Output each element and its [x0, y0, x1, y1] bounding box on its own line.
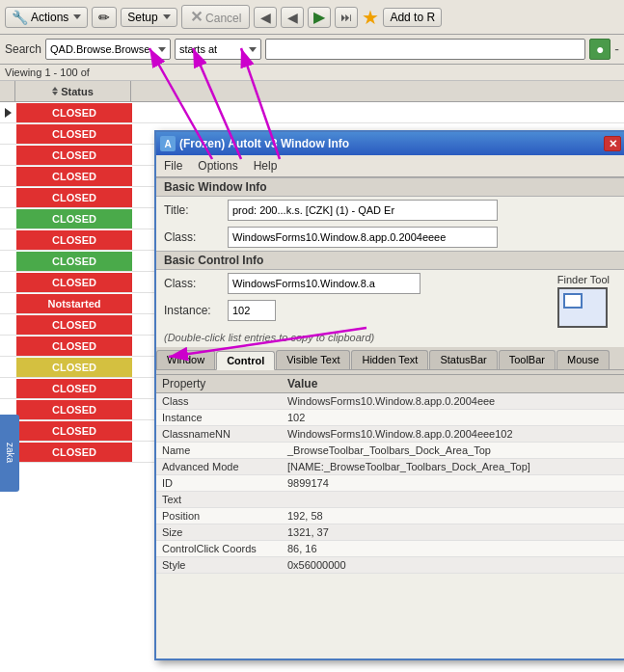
status-cell: CLOSED [16, 252, 132, 271]
props-row[interactable]: Size1321, 37 [156, 524, 624, 541]
tab-control[interactable]: Control [216, 351, 275, 370]
props-row[interactable]: Position192, 58 [156, 508, 624, 524]
th-status[interactable]: Status [15, 81, 131, 101]
sort-up-icon [52, 87, 58, 91]
tabs-bar: WindowControlVisible TextHidden TextStat… [156, 347, 624, 370]
props-value: [NAME:_BrowseToolbar_Toolbars_Dock_Area_… [282, 459, 624, 475]
class-label: Class: [164, 230, 222, 244]
basic-control-info-title: Basic Control Info [156, 251, 624, 270]
control-instance-value[interactable]: 102 [228, 300, 276, 321]
tab-window[interactable]: Window [156, 350, 215, 369]
props-row[interactable]: ClassnameNNWindowsForms10.Window.8.app.0… [156, 426, 624, 443]
title-row: Title: prod: 200 ... k.s. [CZK] (1) - QA… [156, 197, 624, 224]
control-instance-text: 102 [232, 305, 250, 316]
props-row[interactable]: Advanced Mode[NAME:_BrowseToolbar_Toolba… [156, 459, 624, 475]
search-go-button[interactable]: ● [589, 39, 610, 60]
finder-inner-box [563, 293, 583, 309]
props-value: 192, 58 [282, 508, 624, 524]
autoit-close-button[interactable]: ✕ [604, 136, 621, 151]
title-value[interactable]: prod: 200 ... k.s. [CZK] (1) - QAD Er [228, 200, 498, 221]
props-property: Size [156, 524, 282, 541]
tab-visible-text[interactable]: Visible Text [276, 350, 350, 369]
status-cell: CLOSED [16, 421, 132, 441]
search-combo[interactable]: QAD.Browse.Browse [45, 39, 171, 60]
pencil-button[interactable]: ✏ [92, 7, 117, 28]
props-row[interactable]: ClassWindowsForms10.Window.8.app.0.2004e… [156, 393, 624, 410]
control-instance-row: Instance: 102 [156, 297, 557, 324]
tab-toolbar[interactable]: ToolBar [499, 350, 556, 369]
view-info-text: Viewing 1 - 100 of [5, 67, 90, 78]
autoit-title: (Frozen) AutoIt v3 Window Info [179, 137, 349, 150]
play-icon: ▶ [313, 8, 325, 26]
setup-button[interactable]: Setup [121, 8, 176, 27]
table-row[interactable]: CLOSED [0, 102, 624, 123]
props-row[interactable]: ID9899174 [156, 475, 624, 492]
props-row[interactable]: Text [156, 492, 624, 508]
control-class-row: Class: WindowsForms10.Window.8.a [156, 270, 557, 297]
status-cell: CLOSED [16, 167, 132, 186]
autoit-menu: File Options Help [156, 155, 624, 177]
back2-icon: ◀ [287, 10, 298, 25]
menu-help[interactable]: Help [250, 157, 282, 175]
add-r-label: Add to R [390, 11, 435, 24]
fastforward-button[interactable]: ⏭ [335, 7, 358, 28]
props-value: 102 [282, 410, 624, 426]
autoit-window: A (Frozen) AutoIt v3 Window Info ✕ File … [154, 130, 624, 660]
status-cell: CLOSED [16, 315, 132, 335]
setup-label: Setup [127, 11, 157, 24]
autoit-app-icon: A [160, 136, 176, 151]
tab-hidden-text[interactable]: Hidden Text [351, 350, 428, 369]
props-property: Style [156, 557, 282, 574]
pencil-icon: ✏ [98, 10, 110, 25]
left-tab[interactable]: zaka [0, 415, 19, 492]
props-row[interactable]: Instance102 [156, 410, 624, 426]
search-combo-value: QAD.Browse.Browse [50, 43, 149, 55]
props-row[interactable]: ControlClick Coords86, 16 [156, 541, 624, 557]
star-icon[interactable]: ★ [362, 6, 379, 29]
search-input[interactable] [265, 39, 585, 60]
status-cell: CLOSED [16, 400, 132, 419]
menu-file[interactable]: File [160, 157, 186, 175]
search-label: Search [5, 42, 41, 56]
left-tab-label: zaka [5, 443, 15, 463]
actions-button[interactable]: 🔧 Actions [5, 7, 88, 28]
menu-options[interactable]: Options [194, 157, 241, 175]
control-class-value[interactable]: WindowsForms10.Window.8.a [228, 273, 421, 294]
search-operator-combo[interactable]: starts at [175, 39, 261, 60]
class-value-text: WindowsForms10.Window.8.app.0.2004eeee [232, 231, 446, 243]
status-cell: CLOSED [16, 443, 132, 462]
back-button[interactable]: ◀ [254, 7, 277, 28]
props-property: ID [156, 475, 282, 492]
search-bar: Search QAD.Browse.Browse starts at ● - [0, 35, 624, 65]
props-value: WindowsForms10.Window.8.app.0.2004eee102 [282, 426, 624, 443]
actions-icon: 🔧 [12, 10, 28, 25]
add-r-button[interactable]: Add to R [383, 8, 442, 27]
th-status-label: Status [61, 86, 94, 97]
view-info: Viewing 1 - 100 of [0, 65, 624, 81]
finder-tool-icon[interactable] [557, 287, 608, 328]
props-table: PropertyValueClassWindowsForms10.Window.… [156, 370, 624, 574]
props-row[interactable]: Style0x56000000 [156, 557, 624, 574]
actions-dropdown-icon [73, 14, 81, 19]
props-property: Name [156, 443, 282, 459]
class-value[interactable]: WindowsForms10.Window.8.app.0.2004eeee [228, 227, 498, 248]
play-button[interactable]: ▶ [308, 7, 331, 28]
cancel-button[interactable]: ✕ Cancel [181, 5, 251, 29]
props-value: 1321, 37 [282, 524, 624, 541]
props-row[interactable]: Name_BrowseToolbar_Toolbars_Dock_Area_To… [156, 443, 624, 459]
control-instance-label: Instance: [164, 304, 222, 317]
back2-button[interactable]: ◀ [281, 7, 304, 28]
props-table-container[interactable]: PropertyValueClassWindowsForms10.Window.… [156, 370, 624, 574]
setup-dropdown-icon [163, 14, 171, 19]
tab-statusbar[interactable]: StatusBar [429, 350, 497, 369]
props-property: Text [156, 492, 282, 508]
search-dash: - [614, 41, 619, 57]
control-class-value-text: WindowsForms10.Window.8.a [232, 278, 375, 289]
tab-mouse[interactable]: Mouse [556, 350, 610, 369]
table-header: Status [0, 81, 624, 102]
sort-down-icon [52, 92, 58, 95]
props-property: Class [156, 393, 282, 410]
operator-combo-arrow-icon [249, 47, 257, 52]
status-cell: CLOSED [16, 273, 132, 292]
props-property: Advanced Mode [156, 459, 282, 475]
